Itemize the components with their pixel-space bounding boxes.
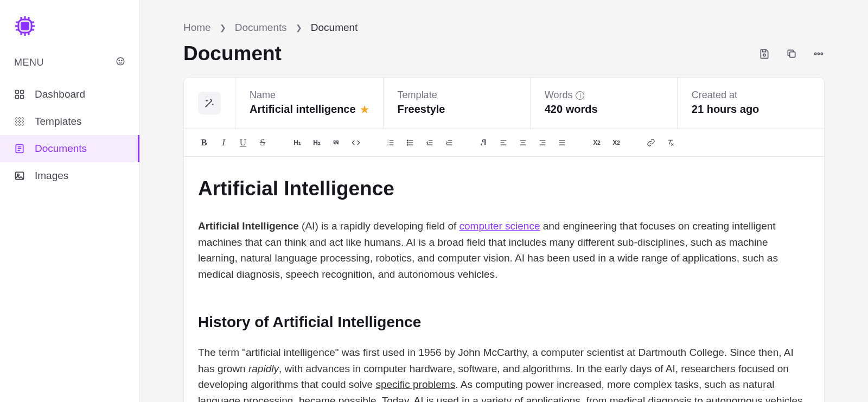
- favorite-star-icon[interactable]: ★: [360, 104, 369, 116]
- chevron-right-icon: ❯: [220, 23, 226, 32]
- svg-point-38: [815, 53, 816, 54]
- meta-words: Words i 420 words: [531, 78, 678, 129]
- svg-point-23: [22, 118, 23, 119]
- support-icon[interactable]: [116, 56, 125, 69]
- svg-rect-19: [16, 95, 19, 99]
- svg-point-52: [407, 144, 408, 145]
- meta-words-value: 420 words: [545, 103, 663, 116]
- indent-button[interactable]: [442, 136, 456, 150]
- page-title: Document: [183, 42, 282, 65]
- svg-rect-18: [21, 91, 24, 94]
- svg-point-16: [122, 60, 123, 61]
- breadcrumb: Home ❯ Documents ❯ Document: [183, 22, 825, 34]
- link-button[interactable]: [644, 136, 658, 150]
- sidebar-item-label: Dashboard: [35, 88, 85, 100]
- svg-rect-37: [790, 52, 795, 58]
- svg-point-35: [17, 174, 19, 176]
- copy-button[interactable]: [786, 48, 797, 60]
- more-button[interactable]: [813, 48, 825, 60]
- documents-icon: [14, 143, 25, 154]
- sidebar: MENU Dashboard Templates Documents Image…: [0, 0, 140, 402]
- menu-header-label: MENU: [14, 57, 44, 68]
- breadcrumb-documents[interactable]: Documents: [235, 22, 287, 34]
- code-button[interactable]: [349, 136, 363, 150]
- breadcrumb-home[interactable]: Home: [183, 22, 211, 34]
- subscript-button[interactable]: X2: [590, 136, 604, 150]
- wand-icon: [198, 92, 221, 114]
- content-paragraph-2: The term "artificial intelligence" was f…: [198, 344, 810, 402]
- meta-template-value: Freestyle: [398, 103, 516, 116]
- chip-icon: [14, 15, 36, 37]
- svg-point-51: [407, 142, 408, 143]
- clear-format-button[interactable]: [663, 136, 678, 150]
- svg-point-26: [22, 120, 23, 122]
- app-logo[interactable]: [14, 15, 36, 37]
- editor-content[interactable]: Artificial Intelligence Artificial Intel…: [184, 157, 824, 402]
- align-right-button[interactable]: [535, 136, 550, 150]
- svg-point-27: [16, 124, 17, 125]
- align-center-button[interactable]: [516, 136, 530, 150]
- meta-template-label: Template: [398, 90, 516, 101]
- h1-button[interactable]: H₁: [290, 136, 304, 150]
- meta-template: Template Freestyle: [384, 78, 531, 129]
- svg-point-21: [16, 118, 17, 119]
- strike-button[interactable]: S: [256, 136, 270, 150]
- sidebar-item-images[interactable]: Images: [0, 162, 139, 189]
- meta-created-value: 21 hours ago: [692, 103, 810, 116]
- underline-button[interactable]: U: [236, 136, 250, 150]
- sidebar-item-label: Templates: [35, 116, 82, 127]
- sidebar-item-label: Documents: [35, 143, 87, 155]
- svg-rect-17: [16, 91, 19, 94]
- chevron-right-icon: ❯: [296, 23, 302, 32]
- align-left-button[interactable]: [496, 136, 510, 150]
- document-meta: Name Artificial intelligence ★ Template …: [184, 78, 824, 129]
- dashboard-icon: [14, 89, 25, 100]
- breadcrumb-current: Document: [311, 22, 358, 34]
- images-icon: [14, 170, 25, 181]
- meta-name-label: Name: [250, 90, 369, 101]
- meta-created: Created at 21 hours ago: [678, 78, 824, 129]
- svg-point-36: [763, 54, 765, 56]
- rtl-button[interactable]: [477, 136, 491, 150]
- svg-point-15: [119, 60, 120, 61]
- svg-rect-0: [21, 22, 29, 30]
- templates-icon: [14, 116, 25, 127]
- content-paragraph-1: Artificial Intelligence (AI) is a rapidl…: [198, 218, 810, 282]
- svg-point-29: [22, 124, 23, 125]
- content-link-computer-science[interactable]: computer science: [459, 220, 540, 232]
- meta-name-value: Artificial intelligence: [250, 103, 356, 116]
- sidebar-item-dashboard[interactable]: Dashboard: [0, 81, 139, 108]
- document-card: Name Artificial intelligence ★ Template …: [183, 77, 825, 402]
- svg-point-24: [16, 120, 17, 122]
- svg-point-39: [818, 53, 819, 54]
- outdent-button[interactable]: [423, 136, 437, 150]
- h2-button[interactable]: H₂: [310, 136, 324, 150]
- content-heading-1: Artificial Intelligence: [198, 173, 810, 204]
- ordered-list-button[interactable]: 123: [384, 136, 398, 150]
- main: Home ❯ Documents ❯ Document Document: [140, 0, 868, 402]
- align-justify-button[interactable]: [555, 136, 569, 150]
- quote-button[interactable]: [329, 136, 343, 150]
- bold-button[interactable]: B: [197, 136, 211, 150]
- info-icon[interactable]: i: [576, 91, 584, 100]
- page-actions: [758, 48, 825, 60]
- superscript-button[interactable]: X2: [609, 136, 623, 150]
- sidebar-item-documents[interactable]: Documents: [0, 135, 139, 162]
- svg-rect-20: [21, 95, 24, 99]
- content-heading-2: History of Artificial Intelligence: [198, 310, 810, 334]
- svg-text:3: 3: [387, 143, 388, 146]
- svg-point-22: [18, 118, 20, 119]
- svg-point-28: [18, 124, 20, 125]
- sidebar-item-templates[interactable]: Templates: [0, 108, 139, 135]
- svg-point-50: [407, 140, 408, 141]
- svg-point-40: [821, 53, 822, 54]
- meta-name: Name Artificial intelligence ★: [235, 78, 384, 129]
- svg-point-14: [117, 58, 124, 65]
- bullet-list-button[interactable]: [403, 136, 417, 150]
- italic-button[interactable]: I: [216, 136, 231, 150]
- save-button[interactable]: [758, 48, 770, 60]
- sidebar-item-label: Images: [35, 170, 68, 182]
- document-type-icon-cell: [184, 78, 235, 129]
- editor-toolbar: B I U S H₁ H₂ 123 X2 X2: [184, 129, 824, 157]
- svg-point-25: [18, 120, 20, 122]
